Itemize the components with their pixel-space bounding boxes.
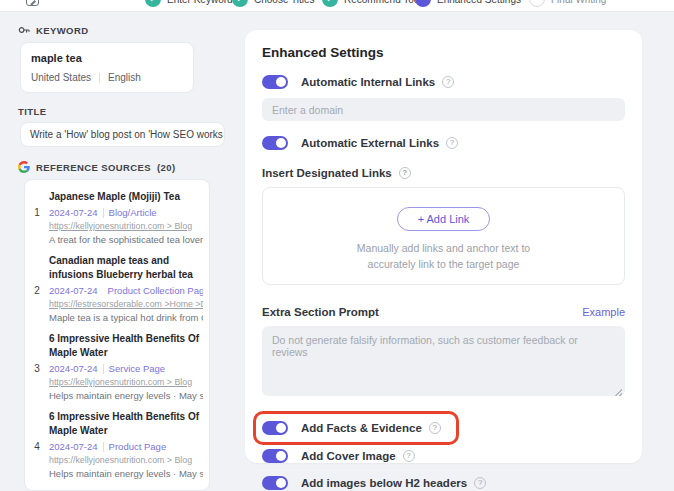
step-label-recommend-toc[interactable]: Recommend Toc bbox=[344, 0, 419, 5]
google-icon bbox=[18, 161, 30, 173]
divider bbox=[103, 208, 104, 218]
reference-title: 6 Impressive Health Benefits Of Maple Wa… bbox=[49, 410, 203, 438]
add-facts-evidence-label: Add Facts & Evidence bbox=[301, 422, 422, 434]
reference-snippet: Helps maintain energy levels · May suppo… bbox=[49, 468, 203, 479]
title-section-title: TITLE bbox=[18, 106, 46, 117]
divider bbox=[103, 364, 104, 374]
reference-sources-list: 1 Japanese Maple (Mojiji) Tea 2024-07-24… bbox=[24, 179, 210, 491]
reference-url: https://kellyjonesnutrition.com > Blog bbox=[49, 377, 203, 387]
check-icon: ✓ bbox=[326, 0, 334, 4]
reference-dateline: 2024-07-24 Service Page bbox=[49, 363, 203, 374]
check-icon: ✓ bbox=[236, 0, 244, 4]
step-label-enter-keyword[interactable]: Enter Keyword bbox=[167, 0, 233, 5]
add-images-below-h2-toggle[interactable] bbox=[262, 476, 288, 490]
panel-title: Enhanced Settings bbox=[262, 45, 625, 60]
designated-links-box: + Add Link Manually add links and anchor… bbox=[262, 187, 625, 285]
screen: ✓ Enter Keyword ✓ Choose Titles ✓ Recomm… bbox=[0, 0, 674, 491]
add-images-below-h2-label: Add images below H2 headers bbox=[301, 477, 467, 489]
help-icon[interactable]: ? bbox=[446, 137, 458, 149]
automatic-external-links-label: Automatic External Links bbox=[301, 137, 439, 149]
insert-designated-links-text: Insert Designated Links bbox=[262, 167, 392, 179]
example-link[interactable]: Example bbox=[582, 306, 625, 318]
reference-number: 4 bbox=[30, 410, 44, 479]
step-circle-enhanced-settings[interactable] bbox=[415, 0, 431, 7]
add-link-button[interactable]: + Add Link bbox=[397, 207, 491, 231]
reference-snippet: Helps maintain energy levels · May suppo… bbox=[49, 390, 203, 401]
divider bbox=[103, 442, 104, 452]
step-label-final-writing[interactable]: Final Writing bbox=[551, 0, 606, 5]
check-icon: ✓ bbox=[149, 0, 157, 4]
domain-input[interactable] bbox=[262, 98, 625, 121]
automatic-internal-links-row: Automatic Internal Links ? bbox=[262, 75, 625, 89]
reference-number: 3 bbox=[30, 332, 44, 401]
wizard-stepper: ✓ Enter Keyword ✓ Choose Titles ✓ Recomm… bbox=[0, 0, 674, 12]
reference-item-4[interactable]: 4 6 Impressive Health Benefits Of Maple … bbox=[30, 410, 203, 479]
add-cover-image-label: Add Cover Image bbox=[301, 450, 396, 462]
add-facts-evidence-row: Add Facts & Evidence ? bbox=[262, 421, 625, 435]
add-cover-image-row: Add Cover Image ? bbox=[262, 449, 625, 463]
divider bbox=[99, 73, 100, 83]
insert-designated-links-label: Insert Designated Links ? bbox=[262, 167, 625, 179]
title-section-label: TITLE bbox=[18, 106, 234, 117]
reference-dateline: 2024-07-24 Product Page bbox=[49, 441, 203, 452]
keyword-language: English bbox=[108, 72, 141, 83]
designated-help-line2: accurately link to the target page bbox=[357, 257, 530, 273]
step-label-choose-titles[interactable]: Choose Titles bbox=[254, 0, 315, 5]
reference-type: Product Collection Page bbox=[108, 285, 203, 296]
help-icon[interactable]: ? bbox=[403, 450, 415, 462]
sidebar: KEYWORD maple tea United States English … bbox=[18, 24, 234, 491]
reference-sources-count: (20) bbox=[157, 162, 176, 173]
document-icon bbox=[26, 0, 39, 6]
reference-url: https://kellyjonesnutrition.com > Blog bbox=[49, 455, 203, 465]
extra-section-prompt-row: Extra Section Prompt Example bbox=[262, 306, 625, 318]
help-icon[interactable]: ? bbox=[399, 167, 411, 179]
reference-type: Product Page bbox=[109, 441, 167, 452]
step-circle-choose-titles[interactable]: ✓ bbox=[232, 0, 248, 7]
extra-section-prompt-label: Extra Section Prompt bbox=[262, 306, 379, 318]
reference-dateline: 2024-07-24 Product Collection Page bbox=[49, 285, 203, 296]
reference-title: Japanese Maple (Mojiji) Tea bbox=[49, 190, 203, 204]
reference-sources-label: REFERENCE SOURCES (20) bbox=[18, 161, 234, 173]
enhanced-settings-panel: Enhanced Settings Automatic Internal Lin… bbox=[245, 30, 642, 463]
step-circle-recommend-toc[interactable]: ✓ bbox=[322, 0, 338, 7]
reference-title: Canadian maple teas and infusions Bluebe… bbox=[49, 254, 203, 282]
key-icon bbox=[18, 24, 30, 36]
reference-snippet: A treat for the sophisticated tea lover.… bbox=[49, 234, 203, 245]
keyword-country: United States bbox=[31, 72, 91, 83]
step-circle-enter-keyword[interactable]: ✓ bbox=[145, 0, 161, 7]
automatic-internal-links-toggle[interactable] bbox=[262, 75, 288, 89]
automatic-external-links-row: Automatic External Links ? bbox=[262, 136, 625, 150]
reference-dateline: 2024-07-24 Blog/Article bbox=[49, 207, 203, 218]
reference-date: 2024-07-24 bbox=[49, 285, 98, 296]
keyword-card[interactable]: maple tea United States English bbox=[20, 42, 194, 93]
reference-number: 1 bbox=[30, 190, 44, 245]
automatic-external-links-toggle[interactable] bbox=[262, 136, 288, 150]
add-images-below-h2-row: Add images below H2 headers ? bbox=[262, 476, 625, 490]
automatic-internal-links-label: Automatic Internal Links bbox=[301, 76, 435, 88]
reference-url: https://kellyjonesnutrition.com > Blog bbox=[49, 221, 203, 231]
title-input[interactable]: Write a 'How' blog post on 'How SEO work… bbox=[20, 122, 225, 147]
add-facts-evidence-toggle[interactable] bbox=[262, 421, 288, 435]
reference-type: Blog/Article bbox=[109, 207, 157, 218]
help-icon[interactable]: ? bbox=[429, 422, 441, 434]
step-circle-final-writing[interactable] bbox=[529, 0, 545, 7]
reference-date: 2024-07-24 bbox=[49, 441, 98, 452]
reference-url: https://lestresorsderable.com >Home >Dri… bbox=[49, 299, 203, 309]
reference-type: Service Page bbox=[109, 363, 166, 374]
designated-links-help: Manually add links and anchor text to ac… bbox=[357, 241, 530, 273]
designated-help-line1: Manually add links and anchor text to bbox=[357, 241, 530, 257]
reference-item-3[interactable]: 3 6 Impressive Health Benefits Of Maple … bbox=[30, 332, 203, 401]
reference-item-1[interactable]: 1 Japanese Maple (Mojiji) Tea 2024-07-24… bbox=[30, 190, 203, 245]
keyword-section-label: KEYWORD bbox=[18, 24, 234, 36]
add-cover-image-toggle[interactable] bbox=[262, 449, 288, 463]
help-icon[interactable]: ? bbox=[442, 76, 454, 88]
reference-sources-title: REFERENCE SOURCES bbox=[36, 162, 151, 173]
keyword-value: maple tea bbox=[31, 52, 183, 64]
reference-snippet: Maple tea is a typical hot drink from Ca… bbox=[49, 312, 203, 323]
help-icon[interactable]: ? bbox=[474, 477, 486, 489]
extra-section-prompt-textarea[interactable] bbox=[262, 326, 625, 396]
keyword-section-title: KEYWORD bbox=[36, 25, 88, 36]
reference-title: 6 Impressive Health Benefits Of Maple Wa… bbox=[49, 332, 203, 360]
step-label-enhanced-settings[interactable]: Enhanced Settings bbox=[437, 0, 521, 5]
reference-item-2[interactable]: 2 Canadian maple teas and infusions Blue… bbox=[30, 254, 203, 323]
